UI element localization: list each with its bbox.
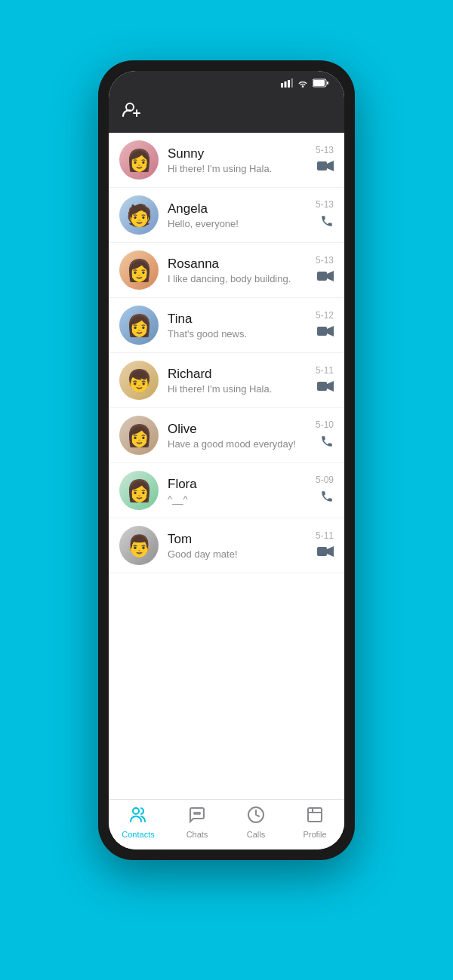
contact-action-icon[interactable] — [320, 435, 334, 451]
contact-name: Sunny — [168, 146, 316, 161]
contact-date: 5-13 — [316, 199, 334, 210]
contact-action-icon[interactable] — [320, 214, 334, 231]
contact-status: Hello, everyone! — [168, 218, 316, 229]
svg-rect-13 — [317, 382, 327, 391]
tab-label: Contacts — [122, 830, 154, 839]
contact-item[interactable]: 👩 Tina That's good news. 5-12 — [109, 298, 344, 353]
tab-contacts[interactable]: Contacts — [109, 806, 168, 839]
contact-date: 5-12 — [316, 310, 334, 321]
tab-calls[interactable]: Calls — [226, 806, 285, 839]
svg-rect-6 — [327, 81, 328, 84]
contact-info: Olive Have a good mood everyday! — [168, 422, 316, 450]
signal-icon — [281, 78, 293, 88]
svg-rect-1 — [285, 81, 287, 88]
phone-mockup: 👩 Sunny Hi there! I'm using Hala. 5-13 🧑… — [98, 60, 355, 860]
contact-list: 👩 Sunny Hi there! I'm using Hala. 5-13 🧑… — [109, 133, 344, 799]
svg-point-16 — [194, 813, 196, 814]
svg-rect-3 — [291, 78, 294, 88]
tab-bar: Contacts Chats Calls Profile — [109, 799, 344, 849]
contact-date: 5-13 — [316, 145, 334, 155]
video-call-icon — [317, 545, 334, 558]
contact-action-icon[interactable] — [317, 325, 334, 340]
contact-info: Richard Hi there! I'm using Hala. — [168, 367, 316, 395]
contact-name: Angela — [168, 201, 316, 217]
tab-profile[interactable]: Profile — [285, 806, 344, 839]
app-header — [109, 94, 344, 133]
contact-action-icon[interactable] — [317, 545, 334, 561]
contact-name: Rosanna — [168, 257, 316, 272]
video-call-icon — [317, 270, 334, 282]
contact-info: Angela Hello, everyone! — [168, 201, 316, 229]
video-call-icon — [317, 380, 334, 392]
phone-call-icon — [320, 435, 334, 448]
svg-rect-2 — [288, 80, 290, 88]
contact-item[interactable]: 👩 Olive Have a good mood everyday! 5-10 — [109, 408, 344, 463]
avatar: 👩 — [119, 140, 159, 180]
svg-rect-11 — [317, 272, 327, 281]
contact-status: Good day mate! — [168, 548, 316, 560]
avatar: 🧑 — [119, 195, 159, 235]
contact-meta: 5-10 — [316, 419, 334, 451]
contact-action-icon[interactable] — [320, 490, 334, 506]
profile-tab-icon — [306, 806, 324, 827]
svg-rect-12 — [317, 327, 327, 336]
svg-rect-5 — [313, 80, 325, 86]
contact-item[interactable]: 👩 Sunny Hi there! I'm using Hala. 5-13 — [109, 133, 344, 188]
add-contact-icon[interactable] — [122, 101, 142, 122]
contact-name: Flora — [168, 477, 316, 492]
svg-rect-20 — [308, 808, 322, 822]
contact-info: Tom Good day mate! — [168, 532, 316, 560]
contact-item[interactable]: 👩 Rosanna I like dancing, body building.… — [109, 243, 344, 298]
phone-call-icon — [320, 490, 334, 503]
avatar: 👦 — [119, 361, 159, 400]
contact-info: Flora ^__^ — [168, 477, 316, 505]
contact-meta: 5-11 — [316, 365, 334, 395]
contacts-tab-icon — [129, 806, 147, 827]
contact-name: Tina — [168, 312, 316, 327]
battery-icon — [313, 78, 329, 88]
phone-call-icon — [320, 214, 334, 228]
contact-item[interactable]: 👦 Richard Hi there! I'm using Hala. 5-11 — [109, 353, 344, 408]
contact-item[interactable]: 👨 Tom Good day mate! 5-11 — [109, 518, 344, 573]
svg-rect-0 — [281, 83, 283, 88]
chats-tab-icon — [188, 806, 206, 827]
contact-date: 5-11 — [316, 365, 334, 376]
tab-label: Chats — [186, 830, 208, 839]
avatar: 👨 — [119, 526, 159, 565]
contact-name: Tom — [168, 532, 316, 547]
contact-status: Hi there! I'm using Hala. — [168, 163, 316, 174]
tab-chats[interactable]: Chats — [168, 806, 226, 839]
contact-item[interactable]: 🧑 Angela Hello, everyone! 5-13 — [109, 188, 344, 243]
avatar: 👩 — [119, 471, 159, 510]
contact-action-icon[interactable] — [317, 270, 334, 285]
contact-action-icon[interactable] — [317, 380, 334, 395]
contact-meta: 5-11 — [316, 530, 334, 561]
contact-meta: 5-09 — [316, 475, 334, 506]
svg-point-18 — [199, 813, 200, 814]
contact-date: 5-11 — [316, 530, 334, 541]
avatar: 👩 — [119, 416, 159, 455]
contact-name: Richard — [168, 367, 316, 382]
contact-info: Rosanna I like dancing, body building. — [168, 257, 316, 284]
status-bar — [109, 71, 344, 94]
svg-point-17 — [196, 813, 198, 814]
contact-name: Olive — [168, 422, 316, 437]
status-icons — [281, 78, 329, 88]
tab-label: Profile — [303, 830, 326, 839]
contact-meta: 5-13 — [316, 255, 334, 285]
contact-status: Have a good mood everyday! — [168, 438, 316, 450]
contact-info: Sunny Hi there! I'm using Hala. — [168, 146, 316, 174]
contact-meta: 5-13 — [316, 199, 334, 231]
contact-action-icon[interactable] — [317, 160, 334, 175]
video-call-icon — [317, 160, 334, 172]
wifi-icon — [297, 78, 309, 88]
phone-screen: 👩 Sunny Hi there! I'm using Hala. 5-13 🧑… — [109, 71, 344, 849]
contact-status: That's good news. — [168, 328, 316, 339]
contact-date: 5-10 — [316, 419, 334, 430]
contact-meta: 5-13 — [316, 145, 334, 175]
contact-status: Hi there! I'm using Hala. — [168, 383, 316, 395]
contact-item[interactable]: 👩 Flora ^__^ 5-09 — [109, 463, 344, 518]
video-call-icon — [317, 325, 334, 337]
contact-date: 5-09 — [316, 475, 334, 485]
tab-label: Calls — [247, 830, 265, 839]
